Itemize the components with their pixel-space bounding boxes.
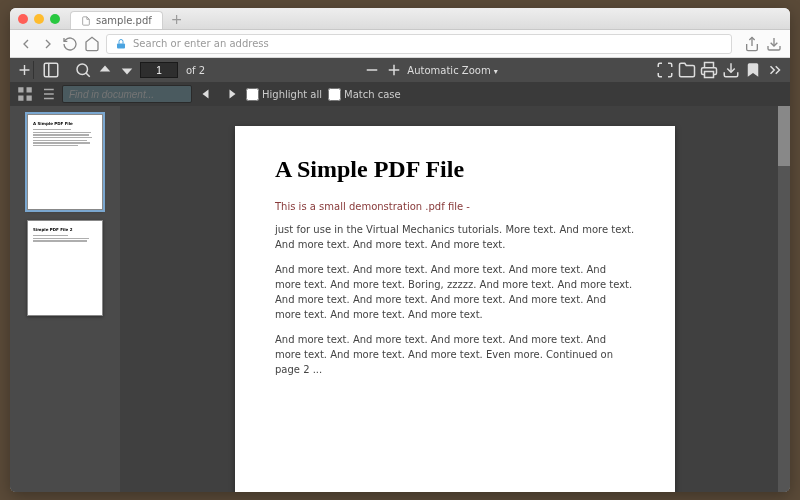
home-button[interactable] — [84, 36, 100, 52]
find-previous-button[interactable] — [198, 85, 216, 103]
find-bar: Highlight all Match case — [10, 82, 790, 106]
sidebar-toggle-button[interactable] — [42, 61, 60, 79]
page-total-label: of 2 — [186, 65, 205, 76]
maximize-window-button[interactable] — [50, 14, 60, 24]
chevron-down-icon: ▾ — [494, 67, 498, 76]
next-page-button[interactable] — [118, 61, 136, 79]
thumbnail-view-icon[interactable] — [16, 85, 34, 103]
close-window-button[interactable] — [18, 14, 28, 24]
thumbnail-sidebar: A Simple PDF File Simple PDF File 2 — [10, 106, 120, 492]
svg-rect-14 — [705, 72, 714, 78]
svg-rect-16 — [18, 87, 23, 92]
document-area[interactable]: A Simple PDF File This is a small demons… — [120, 106, 790, 492]
download-pdf-icon[interactable] — [722, 61, 740, 79]
zoom-in-button[interactable] — [385, 61, 403, 79]
highlight-all-checkbox[interactable]: Highlight all — [246, 88, 322, 101]
download-icon[interactable] — [766, 36, 782, 52]
minimize-window-button[interactable] — [34, 14, 44, 24]
document-title: A Simple PDF File — [275, 156, 635, 183]
svg-marker-9 — [100, 66, 111, 72]
open-file-icon[interactable] — [678, 61, 696, 79]
back-button[interactable] — [18, 36, 34, 52]
svg-point-7 — [77, 64, 88, 75]
document-paragraph: And more text. And more text. And more t… — [275, 262, 635, 322]
navbar: Search or enter an address — [10, 30, 790, 58]
pdf-page-1: A Simple PDF File This is a small demons… — [235, 126, 675, 492]
pdf-file-icon — [81, 16, 91, 26]
share-icon[interactable] — [744, 36, 760, 52]
match-case-checkbox[interactable]: Match case — [328, 88, 401, 101]
zoom-out-button[interactable] — [363, 61, 381, 79]
add-tab-button[interactable] — [16, 61, 34, 79]
print-icon[interactable] — [700, 61, 718, 79]
pdf-viewer-toolbar: of 2 Automatic Zoom ▾ — [10, 58, 790, 82]
zoom-select[interactable]: Automatic Zoom ▾ — [407, 65, 498, 76]
page-number-input[interactable] — [140, 62, 178, 78]
browser-window: sample.pdf + Search or enter an address … — [10, 8, 790, 492]
previous-page-button[interactable] — [96, 61, 114, 79]
viewer-main: A Simple PDF File Simple PDF File 2 — [10, 106, 790, 492]
svg-line-8 — [86, 73, 90, 77]
document-paragraph: And more text. And more text. And more t… — [275, 332, 635, 377]
svg-rect-18 — [27, 96, 32, 101]
new-tab-button[interactable]: + — [171, 12, 183, 26]
forward-button[interactable] — [40, 36, 56, 52]
svg-marker-26 — [203, 90, 209, 99]
vertical-scrollbar[interactable] — [778, 106, 790, 492]
page-thumbnail-1[interactable]: A Simple PDF File — [27, 114, 103, 210]
browser-tab[interactable]: sample.pdf — [70, 11, 163, 29]
outline-view-icon[interactable] — [38, 85, 56, 103]
document-paragraph: just for use in the Virtual Mechanics tu… — [275, 222, 635, 252]
address-placeholder: Search or enter an address — [133, 38, 269, 49]
tab-title: sample.pdf — [96, 15, 152, 26]
svg-rect-17 — [27, 87, 32, 92]
search-icon[interactable] — [74, 61, 92, 79]
svg-rect-19 — [18, 96, 23, 101]
bookmark-icon[interactable] — [744, 61, 762, 79]
svg-marker-27 — [230, 90, 236, 99]
find-input[interactable] — [62, 85, 192, 103]
svg-marker-10 — [122, 69, 133, 75]
scrollbar-thumb[interactable] — [778, 106, 790, 166]
find-next-button[interactable] — [222, 85, 240, 103]
svg-rect-0 — [117, 43, 125, 48]
site-identity-icon — [115, 38, 127, 50]
fullscreen-icon[interactable] — [656, 61, 674, 79]
tools-icon[interactable] — [766, 61, 784, 79]
address-bar[interactable]: Search or enter an address — [106, 34, 732, 54]
svg-rect-5 — [44, 63, 58, 77]
titlebar: sample.pdf + — [10, 8, 790, 30]
document-intro: This is a small demonstration .pdf file … — [275, 201, 635, 212]
page-thumbnail-2[interactable]: Simple PDF File 2 — [27, 220, 103, 316]
reload-button[interactable] — [62, 36, 78, 52]
window-controls — [18, 14, 60, 24]
